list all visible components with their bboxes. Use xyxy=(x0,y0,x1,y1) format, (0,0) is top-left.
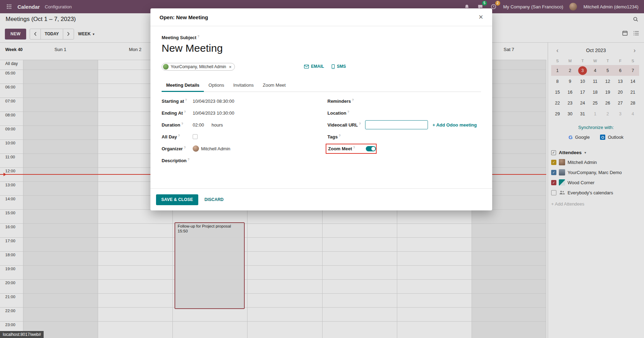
all-day-checkbox[interactable] xyxy=(193,134,198,139)
envelope-icon xyxy=(304,65,309,69)
organizer-value[interactable]: Mitchell Admin xyxy=(193,145,230,152)
new-meeting-modal: Open: New Meeting × Meeting Subject New … xyxy=(150,8,492,210)
close-icon[interactable]: × xyxy=(479,13,483,21)
remove-tag-icon[interactable]: × xyxy=(229,64,232,70)
discard-button[interactable]: DISCARD xyxy=(205,197,224,202)
email-button[interactable]: EMAIL xyxy=(304,64,324,69)
organizer-avatar xyxy=(193,145,199,152)
videocall-url-input[interactable] xyxy=(365,120,428,129)
modal-title: Open: New Meeting xyxy=(160,14,208,20)
attendee-tag-avatar xyxy=(163,64,169,70)
meeting-subject-label: Meeting Subject xyxy=(162,35,481,40)
status-url-tooltip: localhost:8017/web# xyxy=(0,331,44,338)
tab-invitations[interactable]: Invitations xyxy=(229,79,258,92)
organizer-label: Organizer xyxy=(162,146,193,151)
starting-at-label: Starting at xyxy=(162,98,193,104)
attendee-tag[interactable]: YourCompany, Mitchell Admin × xyxy=(162,63,235,71)
phone-icon xyxy=(332,64,335,69)
add-odoo-meeting-link[interactable]: + Add Odoo meeting xyxy=(432,122,477,128)
save-close-button[interactable]: SAVE & CLOSE xyxy=(156,194,198,205)
tab-options[interactable]: Options xyxy=(204,79,229,92)
location-label: Location xyxy=(327,110,365,116)
duration-label: Duration xyxy=(162,122,193,128)
duration-value[interactable]: 02:00 xyxy=(193,122,212,128)
zoom-meet-highlight: Zoom Meet xyxy=(326,144,377,154)
reminders-label: Reminders xyxy=(327,98,365,104)
zoom-meet-toggle[interactable] xyxy=(366,146,376,151)
modal-tabs: Meeting DetailsOptionsInvitationsZoom Me… xyxy=(162,79,481,92)
ending-at-value[interactable]: 10/04/2023 10:30:00 xyxy=(193,110,234,116)
sms-button[interactable]: SMS xyxy=(332,64,346,69)
all-day-label: All Day xyxy=(162,134,193,139)
ending-at-label: Ending At xyxy=(162,110,193,116)
zoom-meet-label: Zoom Meet xyxy=(328,146,366,151)
tags-label: Tags xyxy=(327,134,365,139)
starting-at-value[interactable]: 10/04/2023 08:30:00 xyxy=(193,99,234,104)
duration-unit: hours xyxy=(212,122,223,128)
meeting-subject-input[interactable]: New Meeting xyxy=(162,42,481,54)
videocall-url-label: Videocall URL xyxy=(327,122,365,128)
tab-meeting-details[interactable]: Meeting Details xyxy=(162,79,204,92)
tab-zoom-meet[interactable]: Zoom Meet xyxy=(258,79,290,92)
description-label: Description xyxy=(162,158,193,163)
